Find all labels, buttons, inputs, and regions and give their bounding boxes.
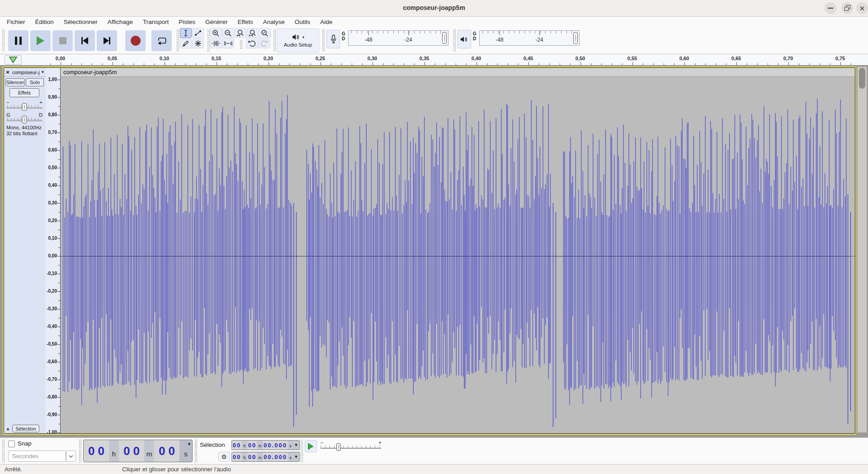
toolbar-grip[interactable] (300, 439, 303, 463)
zoom-selection-button[interactable] (235, 28, 246, 38)
menu-outils[interactable]: Outils (290, 17, 316, 27)
pan-slider[interactable]: G D (5, 112, 44, 124)
record-meter-button[interactable] (326, 30, 340, 48)
menu-pistes[interactable]: Pistes (174, 17, 200, 27)
menu-affichage[interactable]: Affichage (103, 17, 138, 27)
menu-generer[interactable]: Générer (200, 17, 233, 27)
restore-button[interactable] (841, 2, 853, 14)
position-seconds[interactable]: 00 (154, 440, 179, 462)
play-meter[interactable]: -48 -24 (479, 30, 580, 46)
menu-aide[interactable]: Aide (315, 17, 337, 27)
menu-selectionner[interactable]: Sélectionner (59, 17, 103, 27)
loop-button[interactable] (151, 30, 172, 51)
mute-button[interactable]: Silencer (5, 78, 25, 86)
toolbar-grip[interactable] (322, 29, 325, 52)
position-format-caret-icon[interactable]: ▼ (187, 442, 191, 446)
selection-end-caret-icon[interactable]: ▼ (293, 452, 299, 461)
gain-slider-thumb[interactable] (22, 103, 27, 111)
speed-plus-label: + (378, 440, 382, 446)
menu-analyse[interactable]: Analyse (258, 17, 290, 27)
vruler-tick (58, 159, 60, 160)
silence-selection-button[interactable] (222, 38, 234, 48)
selection-end-field[interactable]: 00h00m00.000s▼ (231, 452, 300, 462)
record-button[interactable] (125, 30, 146, 51)
menu-effets[interactable]: Effets (232, 17, 258, 27)
playback-speed-slider[interactable]: − + (319, 440, 382, 453)
zoom-in-button[interactable] (210, 28, 222, 38)
skip-start-button[interactable] (75, 30, 95, 51)
timeline-ruler[interactable]: 0,000,050,100,150,200,250,300,350,400,45… (0, 54, 868, 66)
timeline-tick (788, 62, 789, 65)
position-minutes[interactable]: 00 (119, 440, 144, 462)
minimize-button[interactable] (825, 2, 836, 14)
toolbar-grip[interactable] (273, 29, 276, 52)
selection-start-field[interactable]: 00h00m00.000s▼ (231, 440, 300, 450)
track-name[interactable]: composeur-j (12, 70, 40, 75)
window-title: composeur-joapp5m (0, 4, 868, 11)
snap-mode-combo[interactable]: Secondes (8, 450, 66, 462)
pinned-play-head-button[interactable] (5, 55, 22, 65)
stop-button[interactable] (52, 30, 73, 51)
multi-tool-button[interactable] (192, 38, 204, 48)
play-button[interactable] (30, 30, 51, 51)
solo-button[interactable]: Solo (26, 78, 44, 86)
toolbar-grip[interactable] (240, 40, 243, 49)
toolbar-grip[interactable] (2, 439, 5, 463)
toolbar-grip[interactable] (176, 29, 179, 52)
track-close-button[interactable]: × (4, 69, 11, 76)
zoom-out-button[interactable] (222, 28, 234, 38)
timeline-tick (643, 63, 643, 65)
audio-setup-button[interactable]: ▾ Audio Setup (277, 28, 319, 52)
zoom-toggle-button[interactable] (259, 28, 271, 38)
record-volume-slider[interactable] (442, 32, 447, 44)
vertical-scrollbar[interactable] (857, 66, 867, 433)
menu-transport[interactable]: Transport (138, 17, 174, 27)
close-button[interactable]: ✕ (856, 2, 868, 14)
gain-slider[interactable]: − + (5, 100, 44, 111)
record-meter[interactable]: -48 -24 (348, 30, 448, 46)
selection-start-caret-icon[interactable]: ▼ (293, 441, 299, 450)
play-volume-slider[interactable] (573, 32, 578, 44)
toolbar-grip[interactable] (207, 29, 210, 52)
timeline-tick (799, 63, 799, 65)
selection-tool-button[interactable] (180, 28, 192, 38)
toolbar-grip[interactable] (79, 439, 82, 463)
track-collapse-button[interactable]: ▲ (6, 427, 10, 431)
vruler-label: 0,20 (48, 218, 57, 223)
effects-button[interactable]: Effets (9, 88, 39, 97)
waveform-canvas[interactable] (61, 77, 855, 433)
undo-button[interactable] (246, 38, 258, 48)
toolbar-grip[interactable] (453, 29, 456, 52)
envelope-tool-button[interactable] (192, 28, 204, 38)
zoom-project-button[interactable] (247, 28, 259, 38)
pan-slider-thumb[interactable] (22, 116, 27, 123)
timeline-tick (196, 63, 196, 65)
vertical-scrollbar-thumb[interactable] (859, 68, 865, 89)
timeline-tick (653, 63, 654, 65)
redo-button[interactable] (258, 38, 270, 48)
timeline-tick (393, 63, 394, 65)
vertical-ruler[interactable]: 1,000,900,800,700,600,500,400,300,200,10… (46, 68, 61, 433)
toolbar-grip[interactable] (2, 29, 5, 52)
clip-header[interactable]: composeur-joapp5m (61, 68, 855, 77)
track-select-button[interactable]: Sélection (12, 425, 39, 432)
snap-checkbox[interactable] (8, 441, 15, 447)
toolbar-grip[interactable] (194, 439, 198, 463)
selection-settings-button[interactable]: ⚙ (218, 452, 230, 462)
audio-position-display[interactable]: 00 h 00 m 00 s▼ (83, 440, 193, 462)
menu-edition[interactable]: Édition (30, 17, 59, 27)
menu-fichier[interactable]: Fichier (2, 17, 30, 27)
track-menu-caret-icon[interactable]: ▼ (41, 70, 45, 74)
position-hours[interactable]: 00 (84, 440, 109, 462)
play-at-speed-button[interactable] (305, 440, 317, 452)
toolbar-area: ▾ Audio Setup GD -48 -24 GD -48 -24 (0, 27, 868, 54)
snap-mode-chevron-button[interactable] (66, 450, 76, 462)
trim-outside-selection-button[interactable] (210, 38, 222, 48)
skip-end-button[interactable] (97, 30, 117, 51)
speed-slider-thumb[interactable] (336, 443, 341, 451)
vruler-label: -0,60 (47, 359, 57, 364)
pause-button[interactable] (8, 30, 28, 51)
draw-tool-button[interactable] (180, 38, 192, 48)
timeline-tick (310, 63, 311, 65)
play-meter-button[interactable] (458, 30, 471, 48)
